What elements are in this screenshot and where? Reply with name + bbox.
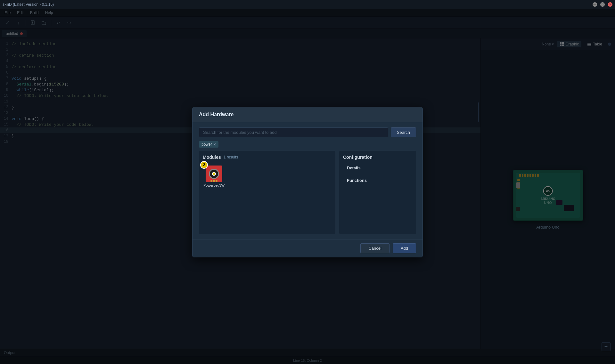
search-row: Search [199, 127, 416, 137]
details-title: Details [347, 166, 361, 170]
close-button[interactable]: ✕ [608, 2, 612, 7]
search-button[interactable]: Search [391, 127, 416, 137]
modal-footer: Cancel Add [193, 239, 422, 257]
details-section: Details [343, 163, 412, 173]
titlebar-controls: — □ ✕ [593, 2, 612, 7]
modal-content: Modules 1 results [199, 151, 416, 234]
step-badge: 2 [200, 161, 208, 169]
add-hardware-modal: Add Hardware Search power × Modules 1 re… [192, 107, 423, 257]
module-icon-inner [209, 169, 219, 179]
modal-header: Add Hardware [193, 107, 422, 122]
modules-header: Modules 1 results [203, 155, 332, 160]
tag-remove-button[interactable]: × [213, 142, 216, 147]
module-pins [211, 180, 217, 182]
modal-title: Add Hardware [199, 112, 234, 117]
functions-section: Functions [343, 175, 412, 185]
tag-label: power [201, 142, 212, 147]
modules-count: 1 results [224, 155, 238, 159]
config-panel: Configuration Details Functions [339, 151, 416, 234]
titlebar-left: skiiiD (Latest Version - 0.1.16) [3, 2, 54, 7]
power-tag: power × [199, 141, 218, 148]
module-pin [211, 180, 212, 182]
module-icon [206, 166, 222, 182]
modules-panel: Modules 1 results [199, 151, 335, 234]
tags-row: power × [199, 141, 416, 148]
module-item-wrapper: PowerLed3W 2 [203, 164, 225, 189]
maximize-button[interactable]: □ [600, 2, 605, 7]
module-icon-center [212, 172, 216, 176]
module-label: PowerLed3W [203, 183, 225, 187]
modal-body: Search power × Modules 1 results [193, 122, 422, 239]
module-search-input[interactable] [199, 127, 388, 137]
modules-title: Modules [203, 155, 221, 160]
minimize-button[interactable]: — [593, 2, 597, 7]
titlebar: skiiiD (Latest Version - 0.1.16) — □ ✕ [0, 0, 615, 9]
config-title: Configuration [343, 155, 412, 160]
functions-title: Functions [347, 178, 367, 183]
app-title: skiiiD (Latest Version - 0.1.16) [3, 2, 54, 7]
cancel-button[interactable]: Cancel [360, 243, 389, 253]
add-button[interactable]: Add [393, 243, 416, 253]
